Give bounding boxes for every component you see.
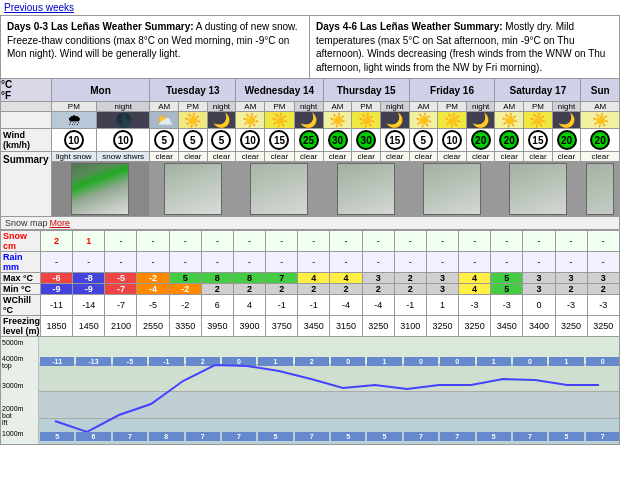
summary-val-17: clear	[552, 152, 581, 162]
fr-v2: 1450	[73, 316, 105, 337]
icon-12: ☀️	[409, 112, 438, 129]
min-v14: 4	[459, 284, 491, 295]
previous-weeks-link[interactable]: Previous weeks	[0, 0, 78, 15]
max-v13: 3	[426, 273, 458, 284]
period-pm5: PM	[438, 102, 467, 112]
summary-val-2: snow shwrs	[97, 152, 150, 162]
rain-v14: -	[459, 252, 491, 273]
snow-v12: -	[394, 231, 426, 252]
wc-v9: -1	[298, 295, 330, 316]
wind-6: 10	[236, 129, 265, 152]
wind-2: 10	[97, 129, 150, 152]
wc-v7: 4	[233, 295, 265, 316]
wc-v16: 0	[523, 295, 555, 316]
snow-v4: -	[137, 231, 169, 252]
rain-v2: -	[73, 252, 105, 273]
day-sat: Saturday 17	[495, 79, 581, 102]
period-n2: night	[207, 102, 236, 112]
wc-v11: -4	[362, 295, 394, 316]
rain-v13: -	[426, 252, 458, 273]
summary-val-9: clear	[323, 152, 352, 162]
period-empty	[1, 102, 52, 112]
wc-v2: -14	[73, 295, 105, 316]
wind-15: 20	[495, 129, 524, 152]
icon-6: ☀️	[236, 112, 265, 129]
summary-val-16: clear	[524, 152, 553, 162]
snow-v10: -	[330, 231, 362, 252]
icon-16: ☀️	[524, 112, 553, 129]
icon-row: 🌨 🌑 ⛅ ☀️ 🌙 ☀️ ☀️ 🌙 ☀️ ☀️ 🌙 ☀️ ☀️ 🌙 ☀️ ☀️…	[1, 112, 620, 129]
summary-left: Days 0-3 Las Leñas Weather Summary: A du…	[1, 16, 310, 78]
icon-4: ☀️	[178, 112, 207, 129]
day-tue: Tuesday 13	[150, 79, 236, 102]
wc-v14: -3	[459, 295, 491, 316]
rain-label: Rain mm	[1, 252, 41, 273]
line-chart	[39, 337, 620, 445]
snow-v14: -	[459, 231, 491, 252]
fr-v13: 3250	[426, 316, 458, 337]
min-temp-row: Min °C -9 -9 -7 -4 -2 2 2 2 2 2 2 2 3 4 …	[1, 284, 620, 295]
freezing-chart-container: 5000m 4000mtop 3000m 2000mbotlft 1000m -…	[0, 337, 620, 445]
period-pm6: PM	[524, 102, 553, 112]
wc-v1: -11	[41, 295, 73, 316]
wc-v8: -1	[266, 295, 298, 316]
icon-14: 🌙	[466, 112, 495, 129]
snow-v15: -	[491, 231, 523, 252]
max-v9: 4	[298, 273, 330, 284]
day-mon: Mon	[51, 79, 150, 102]
snow-v7: -	[233, 231, 265, 252]
wc-v18: -3	[587, 295, 619, 316]
wind-5: 5	[207, 129, 236, 152]
snow-v17: -	[555, 231, 587, 252]
wind-8: 25	[294, 129, 323, 152]
max-v18: 3	[587, 273, 619, 284]
rain-v4: -	[137, 252, 169, 273]
summary-val-5: clear	[207, 152, 236, 162]
snow-map-row	[1, 162, 620, 217]
summary-val-15: clear	[495, 152, 524, 162]
period-pm1: PM	[51, 102, 97, 112]
snow-v8: -	[266, 231, 298, 252]
max-v12: 2	[394, 273, 426, 284]
weather-table: °C °F Mon Tuesday 13 Wednesday 14 Thursd…	[0, 78, 620, 217]
snow-v6: -	[201, 231, 233, 252]
header-row: °C °F Mon Tuesday 13 Wednesday 14 Thursd…	[1, 79, 620, 102]
snow-map-7	[581, 162, 620, 217]
min-v5: -2	[169, 284, 201, 295]
snow-map-link-row: Snow map More	[0, 217, 620, 230]
min-v12: 2	[394, 284, 426, 295]
min-v1: -9	[41, 284, 73, 295]
snow-map-5	[409, 162, 495, 217]
min-v2: -9	[73, 284, 105, 295]
fr-v4: 2550	[137, 316, 169, 337]
min-v18: 2	[587, 284, 619, 295]
summary-right-title: Days 4-6 Las Leñas Weather Summary:	[316, 21, 503, 32]
rain-v6: -	[201, 252, 233, 273]
wc-v5: -2	[169, 295, 201, 316]
max-v5: 5	[169, 273, 201, 284]
summary-left-title: Days 0-3 Las Leñas Weather Summary:	[7, 21, 194, 32]
rain-v5: -	[169, 252, 201, 273]
max-v7: 8	[233, 273, 265, 284]
summary-weather-row: Summary light snow snow shwrs clear clea…	[1, 152, 620, 162]
period-am7: AM	[581, 102, 620, 112]
min-v11: 2	[362, 284, 394, 295]
summary-val-7: clear	[265, 152, 294, 162]
snow-map-more-link[interactable]: More	[50, 218, 71, 228]
wind-12: 5	[409, 129, 438, 152]
min-temp-label: Min °C	[1, 284, 41, 295]
fr-v18: 3250	[587, 316, 619, 337]
summary-val-10: clear	[352, 152, 381, 162]
snow-map-4	[323, 162, 409, 217]
period-pm3: PM	[265, 102, 294, 112]
wind-11: 15	[380, 129, 409, 152]
min-v6: 2	[201, 284, 233, 295]
icon-3: ⛅	[150, 112, 179, 129]
wind-13: 10	[438, 129, 467, 152]
max-v4: -2	[137, 273, 169, 284]
rain-v1: -	[41, 252, 73, 273]
icon-label	[1, 112, 52, 129]
snow-v11: -	[362, 231, 394, 252]
snow-label: Snow cm	[1, 231, 41, 252]
wc-v3: -7	[105, 295, 137, 316]
